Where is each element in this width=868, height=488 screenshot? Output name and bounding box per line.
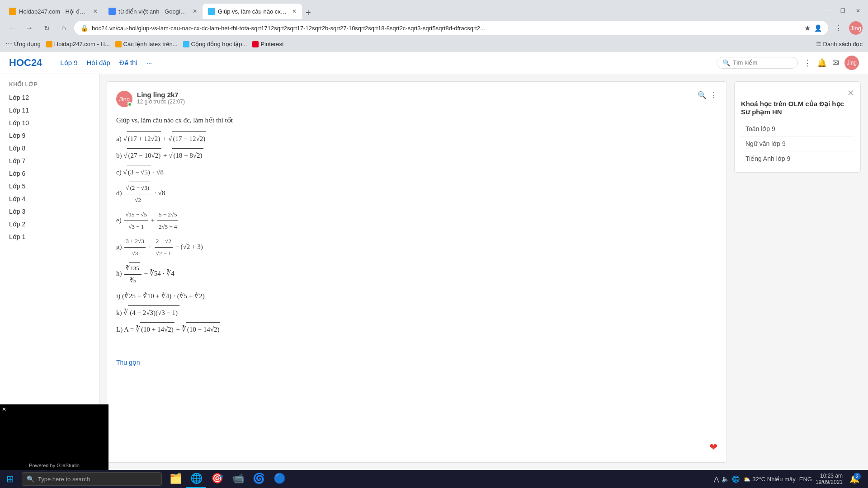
bookmark-congdong-label: Cộng đồng học tập... [191,41,247,47]
nav-lop9[interactable]: Lớp 9 [60,59,77,67]
content-area: Jing Ling ling 2k7 12 giờ trước (22:07) … [99,74,868,470]
sidebar-item-lop1[interactable]: Lớp 1 [0,230,99,243]
sidebar-item-lop3[interactable]: Lớp 3 [0,205,99,218]
system-icons: ⋀ 🔈 🌐 [714,475,740,483]
sidebar-item-lop4[interactable]: Lớp 4 [0,192,99,205]
minimize-button[interactable]: — [821,5,834,17]
olm-course-nguvan9[interactable]: Ngữ văn lớp 9 [741,136,854,151]
tab-label-hoc24: Giúp vs, làm câu nào cx đc, làm h... [218,8,287,15]
olm-course-toan9[interactable]: Toán lớp 9 [741,122,854,136]
weather-display[interactable]: ⛅ 32°C Nhiều mây [743,476,796,483]
taskbar-app-explorer[interactable]: 🗂️ [165,470,185,488]
site-logo[interactable]: HOC24 [9,57,42,69]
tab-close-hoc24[interactable]: ✕ [292,8,297,14]
taskbar-app-chrome1[interactable]: 🌀 [249,470,269,488]
tab-hoc24[interactable]: Giúp vs, làm câu nào cx đc, làm h... ✕ [203,4,302,19]
sidebar-item-lop8[interactable]: Lớp 8 [0,142,99,155]
bookmark-hoidap-label: Hoidap247.com - H... [54,41,110,47]
bookmark-latex-label: Các lệnh latex trên... [123,41,178,47]
taskbar-search-text: Type here to search [38,476,90,483]
bookmark-apps[interactable]: ⋅⋅⋅ Ứng dụng [5,40,41,48]
tab-google[interactable]: từ điển việt anh - Google Searc... ✕ [103,4,203,19]
taskbar-app-edge[interactable]: 🌐 [186,470,206,488]
lang-indicator[interactable]: ENG [799,476,812,483]
bell-icon[interactable]: 🔔 [817,58,827,68]
bookmark-congdong[interactable]: Cộng đồng học tập... [183,41,247,47]
panel-close-button[interactable]: ✕ [741,88,854,100]
sidebar-item-lop9[interactable]: Lớp 9 [0,129,99,142]
mail-icon[interactable]: ✉ [832,58,839,68]
bookmark-pinterest[interactable]: Pinterest [252,41,283,47]
online-indicator [127,102,132,107]
bookmark-hoidap[interactable]: Hoidap247.com - H... [46,41,110,47]
star-icon[interactable]: ★ [804,24,811,33]
more-options-icon[interactable]: ⋮ [710,91,717,99]
url-bar[interactable]: 🔒 hoc24.vn/cau-hoi/giup-vs-lam-cau-nao-c… [74,21,828,35]
heart-button[interactable]: ❤ [709,441,717,453]
question-body: Giúp vs, làm câu nào cx đc, làm hết thì … [116,113,717,336]
notification-badge: 2 [854,473,861,480]
sidebar-item-lop11[interactable]: Lớp 11 [0,104,99,117]
explorer-icon: 🗂️ [170,473,182,484]
thu-gon-button[interactable]: Thu gọn [116,359,140,366]
question-part-k: k) ∛(4 − 2√3)(√3 − 1) [116,305,717,319]
volume-icon[interactable]: 🔈 [722,475,729,483]
weather-text: 32°C Nhiều mây [752,476,796,483]
taskbar-app-store[interactable]: 🎯 [207,470,227,488]
tab-close-hoidap247[interactable]: ✕ [93,8,98,14]
notification-center-button[interactable]: 🔔 2 [846,470,863,488]
address-bar: ← → ↻ ⌂ 🔒 hoc24.vn/cau-hoi/giup-vs-lam-c… [0,19,868,37]
nav-hoidap[interactable]: Hỏi đáp [87,59,110,67]
sidebar-item-lop5[interactable]: Lớp 5 [0,180,99,192]
tab-favicon-hoidap [9,8,16,15]
refresh-button[interactable]: ↻ [40,21,53,35]
bookmark-latex[interactable]: Các lệnh latex trên... [115,41,178,47]
taskbar-app-chrome2[interactable]: 🔵 [269,470,289,488]
question-part-h: h) ∛135∛5 − ∛54 ⋅ ∛4 [116,262,717,286]
network-icon[interactable]: 🌐 [732,475,740,483]
sidebar-item-lop6[interactable]: Lớp 6 [0,167,99,180]
search-input[interactable] [733,59,792,66]
add-tab-button[interactable]: + [302,8,315,18]
sidebar-item-lop12[interactable]: Lớp 12 [0,91,99,104]
maximize-button[interactable]: ❐ [836,5,849,17]
taskbar-search[interactable]: 🔍 Type here to search [22,472,162,486]
search-bar-header[interactable]: 🔍 [717,57,798,69]
reading-list-button[interactable]: ☰ Danh sách đọc [816,41,863,47]
nav-more[interactable]: ··· [146,59,152,66]
tab-favicon-hoc24 [208,8,215,15]
profile-circle-icon[interactable]: 👤 [814,24,822,32]
nav-dethi[interactable]: Đề thi [119,59,137,67]
home-button[interactable]: ⌂ [57,21,71,35]
question-part-d: d) √(2 − √3)√2 ⋅ √8 [116,182,717,206]
tab-hoidap247[interactable]: Hoidap247.com - Hội đáp bài tà... ✕ [4,4,103,19]
site-header-right: 🔍 ⋮ 🔔 ✉ Jing [717,56,859,70]
ad-close-button[interactable]: ✕ [2,406,6,413]
chrome2-icon: 🔵 [274,473,286,484]
olm-course-tienganh9[interactable]: Tiếng Anh lớp 9 [741,151,854,166]
sidebar-item-lop7[interactable]: Lớp 7 [0,155,99,167]
profile-button[interactable]: Jing [849,21,863,35]
question-author: Ling ling 2k7 [137,91,693,99]
question-intro: Giúp vs, làm câu nào cx đc, làm hết thì … [116,113,717,127]
tab-favicon-google [108,8,116,15]
taskbar-time[interactable]: 10:23 am 19/09/2021 [816,473,843,485]
search-question-icon[interactable]: 🔍 [698,91,707,99]
right-sidebar: ✕ Khoá học trên OLM của Đại học Sư phạm … [734,81,861,463]
close-browser-button[interactable]: ✕ [852,5,864,17]
dots-icon[interactable]: ⋮ [803,58,811,68]
back-button[interactable]: ← [5,21,19,35]
question-header: Jing Ling ling 2k7 12 giờ trước (22:07) … [116,91,717,107]
taskbar-app-zoom[interactable]: 📹 [228,470,248,488]
forward-button[interactable]: → [23,21,36,35]
up-arrow-icon[interactable]: ⋀ [714,475,719,483]
settings-button[interactable]: ⋮ [832,21,845,35]
sidebar-item-lop10[interactable]: Lớp 10 [0,117,99,129]
sidebar-item-lop2[interactable]: Lớp 2 [0,218,99,230]
taskbar-search-icon: 🔍 [27,475,34,483]
taskbar: ⊞ 🔍 Type here to search 🗂️ 🌐 🎯 📹 🌀 🔵 [0,470,868,488]
user-avatar[interactable]: Jing [844,56,859,70]
tab-close-google[interactable]: ✕ [193,8,197,14]
bookmarks-bar: ⋅⋅⋅ Ứng dụng Hoidap247.com - H... Các lệ… [0,37,868,52]
start-button[interactable]: ⊞ [0,470,20,488]
